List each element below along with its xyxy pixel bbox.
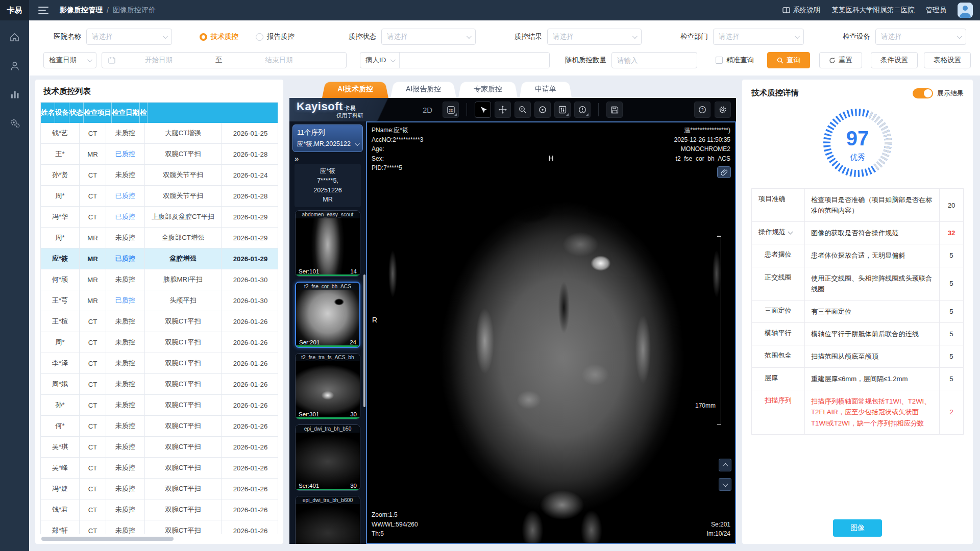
next-image-button[interactable] (719, 478, 731, 491)
image-viewport[interactable]: PName:应*筱AccNO:2**********3Age:Sex:PID:7… (366, 121, 736, 544)
viewer-toolbar: Kayisoft卡易 仅用于科研 2D 2D (289, 98, 736, 121)
radio-tech-qc[interactable]: 技术质控 (200, 32, 238, 41)
tab[interactable]: 申请单 (527, 80, 565, 98)
table-row[interactable]: 钱*艺 CT 未质控 大腿CT增强 2026-01-25 (41, 123, 278, 144)
settings-gears-icon[interactable] (9, 117, 20, 129)
precise-query-checkbox[interactable]: 精准查询 (716, 56, 754, 65)
chart-icon[interactable] (9, 89, 20, 100)
dept-select[interactable]: 请选择 (713, 29, 804, 45)
qc-item-row[interactable]: 患者摆位 患者体位探放合适，无明显偏斜 5 (752, 244, 963, 267)
qc-item-row[interactable]: 横轴平行 横轴位平行于胼胝体前后联合的连线 5 (752, 323, 963, 345)
qc-result-select[interactable]: 请选择 (547, 29, 642, 45)
save-icon (611, 106, 619, 114)
table-row[interactable]: 孙* CT 未质控 双腕CT平扫 2026-01-26 (41, 395, 278, 416)
table-row[interactable]: 何*颀 MR 未质控 胰腺MRI平扫 2026-01-30 (41, 269, 278, 290)
cell-date: 2026-01-26 (222, 395, 278, 415)
help-button[interactable]: ? (694, 102, 710, 118)
qc-item-row[interactable]: 操作规范 图像的获取是否符合操作规范 32 (752, 222, 963, 244)
pan-tool-button[interactable] (495, 102, 511, 118)
cell-item: 全腹部CT增强 (145, 228, 222, 248)
attachment-button[interactable] (717, 166, 731, 178)
patient-id-input[interactable] (400, 53, 550, 68)
table-row[interactable]: 王*芎 MR 已质控 头颅平扫 2026-01-30 (41, 290, 278, 311)
horizontal-scrollbar[interactable] (41, 537, 277, 541)
cell-status: 未质控 (106, 123, 145, 143)
random-count-input[interactable] (611, 52, 697, 68)
collapse-panel-button[interactable]: » (295, 154, 366, 163)
reset-button[interactable]: 重置 (819, 52, 862, 68)
item-score: 5 (940, 267, 963, 300)
avatar[interactable] (958, 3, 973, 18)
tab[interactable]: AI技术质控 (329, 80, 381, 98)
cell-name: 周* (41, 332, 80, 353)
series-thumbnail[interactable]: epi_dwi_tra_bh_b50 Ser:40130 (295, 424, 360, 491)
alert-tool-button[interactable] (574, 102, 591, 118)
tab[interactable]: 专家质控 (465, 80, 510, 98)
user-icon[interactable] (9, 60, 20, 71)
hospital-select[interactable]: 请选择 (86, 29, 172, 45)
table-settings-button[interactable]: 表格设置 (924, 52, 971, 68)
item-name: 层厚 (765, 373, 778, 383)
table-row[interactable]: 周* MR 未质控 全腹部CT增强 2026-01-29 (41, 228, 278, 248)
window-level-button[interactable] (554, 102, 571, 118)
table-row[interactable]: 郑*轩 CT 未质控 双腕CT平扫 2026-01-26 (41, 520, 278, 534)
item-description: 患者体位探放合适，无明显偏斜 (805, 244, 940, 266)
date-type-select[interactable]: 检查日期 (43, 52, 96, 68)
qc-item-row[interactable]: 层厚 重建层厚≤6mm，层间隔≤1.2mm 5 (752, 368, 963, 390)
zoom-tool-button[interactable] (514, 102, 531, 118)
table-row[interactable]: 吴*峰 CT 未质控 双腕CT平扫 2026-01-26 (41, 458, 278, 479)
show-result-toggle[interactable] (913, 88, 933, 98)
table-row[interactable]: 李*泽 CT 未质控 双腕CT平扫 2026-01-26 (41, 353, 278, 374)
prev-image-button[interactable] (719, 459, 731, 471)
table-body: 钱*艺 CT 未质控 大腿CT增强 2026-01-25 王* MR 已质控 双… (41, 123, 278, 534)
series-select[interactable]: 应*筱,MR,2025122 (297, 140, 358, 148)
cell-date: 2026-01-26 (222, 499, 278, 520)
device-select[interactable]: 请选择 (875, 29, 966, 45)
series-thumbnail[interactable]: t2_fse_tra_fs_ACS_bh Ser:30130 (295, 353, 360, 419)
qc-item-row[interactable]: 正交线圈 使用正交线圈、头相控阵线圈或头颈联合线圈 5 (752, 267, 963, 300)
table-row[interactable]: 冯*华 CT 已质控 上腹部及盆腔CT平扫 2026-01-29 (41, 207, 278, 228)
cell-name: 冯*华 (41, 207, 80, 227)
cursor-tool-button[interactable] (475, 102, 491, 118)
table-row[interactable]: 王* MR 已质控 双腕CT平扫 2026-01-28 (41, 144, 278, 165)
table-row[interactable]: 王*楦 CT 未质控 双腕CT平扫 2026-01-26 (41, 311, 278, 332)
image-button[interactable]: 图像 (833, 519, 882, 537)
layout-2d-button[interactable]: 2D (443, 102, 459, 118)
breadcrumb-root[interactable]: 影像质控管理 (60, 6, 103, 15)
target-tool-button[interactable] (534, 102, 551, 118)
chevron-down-icon (163, 34, 168, 39)
table-row[interactable]: 钱*君 CT 未质控 双腕CT平扫 2026-01-26 (41, 499, 278, 520)
table-row[interactable]: 何* CT 未质控 双腕CT平扫 2026-01-26 (41, 416, 278, 437)
patient-id-type-select[interactable]: 病人ID (360, 53, 400, 68)
system-help-link[interactable]: 系统说明 (782, 6, 821, 15)
user-role[interactable]: 管理员 (926, 6, 947, 15)
cell-device: CT (80, 374, 106, 394)
cell-status: 未质控 (106, 228, 145, 248)
table-row[interactable]: 孙*贤 CT 未质控 双髋关节平扫 2026-01-24 (41, 165, 278, 186)
save-button[interactable] (606, 102, 623, 118)
radio-report-qc[interactable]: 报告质控 (256, 32, 295, 41)
qc-item-row[interactable]: 三面定位 有三平面定位 5 (752, 300, 963, 323)
thumbnail-scrollbar[interactable] (363, 274, 365, 407)
date-range-picker[interactable]: 开始日期 至 结束日期 (102, 52, 347, 68)
table-row[interactable]: 冯*婕 CT 未质控 双腕CT平扫 2026-01-26 (41, 479, 278, 499)
series-thumbnail[interactable]: epi_dwi_tra_bh_b600 Ser:40230 (295, 496, 360, 544)
series-thumbnail[interactable]: t2_fse_cor_bh_ACS Ser:20124 (295, 282, 360, 348)
menu-collapse-icon[interactable] (38, 7, 48, 14)
table-row[interactable]: 应*筱 MR 已质控 盆腔增强 2026-01-29 (41, 248, 278, 269)
table-row[interactable]: 周* CT 未质控 双腕CT平扫 2026-01-26 (41, 332, 278, 353)
qc-status-select[interactable]: 请选择 (381, 29, 476, 45)
home-icon[interactable] (9, 32, 20, 43)
series-thumbnail[interactable]: abdomen_easy_scout Ser:10114 (295, 210, 360, 277)
qc-item-row[interactable]: 项目准确 检查项目是否准确（项目如脑部是否在标准的范围内容） 20 (752, 189, 963, 222)
qc-item-row[interactable]: 扫描序列 扫描序列横轴面常规包括T1WI、T2WI、T2FLAIR，应至少包括冠… (752, 390, 963, 434)
table-row[interactable]: 周* CT 已质控 双髋关节平扫 2026-01-28 (41, 186, 278, 207)
table-row[interactable]: 吴*琪 CT 未质控 双腕CT平扫 2026-01-26 (41, 437, 278, 458)
condition-settings-button[interactable]: 条件设置 (871, 52, 918, 68)
detail-title: 技术质控详情 (751, 88, 799, 98)
qc-item-row[interactable]: 范围包全 扫描范围从颅底至颅顶 5 (752, 345, 963, 368)
table-row[interactable]: 周*娥 CT 未质控 双腕CT平扫 2026-01-26 (41, 374, 278, 395)
viewer-settings-button[interactable] (715, 102, 731, 118)
tab[interactable]: AI报告质控 (398, 80, 449, 98)
search-button[interactable]: 查询 (767, 52, 810, 68)
